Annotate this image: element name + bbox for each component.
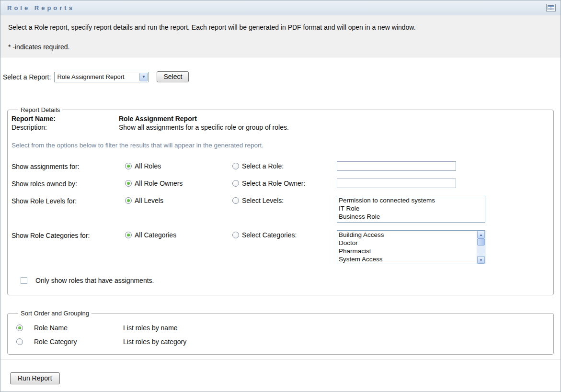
levels-listbox[interactable]: Permission to connected systems IT Role … [337,196,485,223]
role-category-radio[interactable] [16,338,23,345]
window-grid-icon[interactable] [546,4,556,11]
levels-listbox-cell: Permission to connected systems IT Role … [337,196,550,223]
sort-option-role-category[interactable]: Role Category List roles by category [11,338,550,346]
dropdown-arrow-icon[interactable]: ▼ [139,73,148,81]
all-categories-option[interactable]: All Categories [125,230,232,239]
categories-listbox-cell: Building Access Doctor Pharmacist System… [337,230,550,264]
report-name-value: Role Assignment Report [119,115,197,123]
categories-scrollbar[interactable]: ▲ ▼ [477,231,485,264]
assignments-only-row: Only show roles that have assignments. [21,277,550,284]
scrollbar-thumb[interactable] [477,238,485,246]
report-dropdown[interactable]: Role Assignment Report ▼ [54,72,149,82]
all-roles-radio-label: All Roles [135,162,161,170]
all-levels-option[interactable]: All Levels [125,196,232,204]
categories-listbox-option[interactable]: Pharmacist [337,247,477,255]
all-role-owners-option[interactable]: All Role Owners [125,179,232,187]
sort-order-legend: Sort Order and Grouping [18,310,92,317]
scroll-down-icon[interactable]: ▼ [477,256,485,264]
categories-listbox-option[interactable]: Doctor [337,239,477,247]
categories-listbox-option[interactable]: System Access [337,255,477,263]
scroll-up-icon[interactable]: ▲ [477,231,485,238]
report-selector-row: Select a Report: Role Assignment Report … [0,71,561,82]
all-levels-radio-label: All Levels [135,197,163,204]
sort-option-role-name[interactable]: Role Name List roles by name [11,324,550,332]
description-row: Description: Show all assignments for a … [11,123,550,131]
categories-options: Building Access Doctor Pharmacist System… [337,231,477,264]
role-name-description: List roles by name [123,324,178,332]
all-role-owners-radio-label: All Role Owners [135,179,183,187]
select-role-radio[interactable] [232,163,239,169]
select-categories-radio-label: Select Categories: [242,231,297,239]
all-role-owners-radio[interactable] [125,180,132,187]
run-report-button[interactable]: Run Report [10,372,60,384]
categories-listbox[interactable]: Building Access Doctor Pharmacist System… [337,230,485,264]
sort-order-section: Sort Order and Grouping Role Name List r… [7,310,554,355]
categories-listbox-option[interactable]: Building Access [337,231,477,239]
levels-listbox-option[interactable]: Permission to connected systems [337,196,485,204]
select-role-option[interactable]: Select a Role: [232,161,337,170]
role-name-radio[interactable] [16,325,23,331]
select-levels-radio-label: Select Levels: [242,197,284,204]
select-role-owner-radio[interactable] [232,180,239,187]
all-levels-radio[interactable] [125,197,132,204]
select-levels-option[interactable]: Select Levels: [232,196,337,204]
select-role-owner-option[interactable]: Select a Role Owner: [232,179,337,187]
role-owner-input[interactable] [337,179,456,188]
owners-filter-label: Show roles owned by: [11,179,125,188]
filter-row-levels: Show Role Levels for: All Levels Select … [11,196,550,223]
select-levels-radio[interactable] [232,197,239,204]
select-role-radio-label: Select a Role: [242,162,284,170]
description-label: Description: [11,123,119,131]
role-input[interactable] [337,161,456,171]
role-input-cell [337,161,550,171]
assignments-filter-label: Show assignments for: [11,161,125,170]
select-categories-option[interactable]: Select Categories: [232,230,337,239]
levels-listbox-option[interactable]: IT Role [337,204,485,213]
footer-divider [0,359,561,360]
intro-text: Select a Role report, specify report det… [8,23,553,31]
all-categories-radio-label: All Categories [135,231,176,239]
levels-filter-label: Show Role Levels for: [11,196,125,205]
categories-filter-label: Show Role Categories for: [11,230,125,239]
all-roles-option[interactable]: All Roles [125,161,232,170]
levels-listbox-option[interactable]: Business Role [337,213,485,221]
scrollbar-track[interactable] [477,238,485,256]
role-name-radio-label: Role Name [34,324,123,332]
instructions-panel: Select a Role report, specify report det… [0,15,561,57]
role-owner-input-cell [337,179,550,188]
required-note: * -indicates required. [8,43,553,51]
report-name-row: Report Name: Role Assignment Report [11,115,550,123]
select-categories-radio[interactable] [232,232,239,238]
assignments-only-checkbox[interactable] [21,277,27,284]
report-details-legend: Report Details [18,106,62,113]
grid-icon-glyph [548,5,554,10]
title-bar: Role Reports [0,0,561,15]
select-button[interactable]: Select [157,71,189,82]
role-reports-page: Role Reports Select a Role report, speci… [0,0,561,392]
all-roles-radio[interactable] [125,163,132,169]
role-category-description: List roles by category [123,338,186,346]
report-name-label: Report Name: [11,115,119,123]
filter-row-assignments: Show assignments for: All Roles Select a… [11,161,550,171]
report-dropdown-value: Role Assignment Report [55,73,139,80]
assignments-only-label: Only show roles that have assignments. [35,277,154,284]
report-details-section: Report Details Report Name: Role Assignm… [7,106,554,295]
description-value: Show all assignments for a specific role… [119,123,289,131]
select-report-label: Select a Report: [3,73,51,81]
role-category-radio-label: Role Category [34,338,123,346]
filter-hint-text: Select from the options below to filter … [11,142,550,149]
page-title: Role Reports [7,4,75,11]
filter-row-categories: Show Role Categories for: All Categories… [11,230,550,264]
select-role-owner-radio-label: Select a Role Owner: [242,179,305,187]
filter-row-owners: Show roles owned by: All Role Owners Sel… [11,179,550,188]
all-categories-radio[interactable] [125,232,132,238]
